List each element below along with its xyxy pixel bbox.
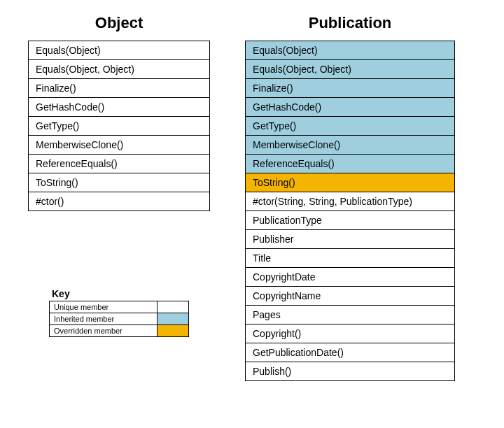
table-row: PublicationType bbox=[246, 211, 455, 230]
member-cell: MemberwiseClone() bbox=[29, 136, 210, 155]
table-row: Pages bbox=[246, 306, 455, 324]
publication-heading: Publication bbox=[309, 14, 392, 32]
table-row: Publish() bbox=[246, 362, 455, 381]
key-title: Key bbox=[49, 288, 189, 299]
table-row: Equals(Object, Object) bbox=[246, 60, 455, 79]
member-cell: GetType() bbox=[246, 117, 455, 136]
table-row: ToString() bbox=[246, 173, 455, 192]
table-row: GetType() bbox=[246, 117, 455, 136]
object-heading: Object bbox=[95, 14, 143, 32]
table-row: ReferenceEquals() bbox=[29, 155, 210, 173]
key-label: Overridden member bbox=[50, 325, 158, 337]
key-row: Inherited member bbox=[50, 313, 189, 325]
key-swatch bbox=[158, 301, 189, 313]
member-cell: ReferenceEquals() bbox=[246, 155, 455, 173]
table-row: Finalize() bbox=[246, 79, 455, 98]
table-row: Finalize() bbox=[29, 79, 210, 98]
member-cell: GetHashCode() bbox=[246, 98, 455, 117]
member-cell: GetHashCode() bbox=[29, 98, 210, 117]
table-row: MemberwiseClone() bbox=[29, 136, 210, 155]
key-label: Inherited member bbox=[50, 313, 158, 325]
member-cell: CopyrightDate bbox=[246, 268, 455, 287]
member-cell: CopyrightName bbox=[246, 287, 455, 306]
member-cell: Title bbox=[246, 249, 455, 268]
table-row: Publisher bbox=[246, 230, 455, 249]
key-swatch bbox=[158, 313, 189, 325]
table-row: Equals(Object) bbox=[246, 41, 455, 60]
member-cell: Copyright() bbox=[246, 324, 455, 343]
table-row: GetPublicationDate() bbox=[246, 343, 455, 362]
table-row: CopyrightDate bbox=[246, 268, 455, 287]
member-cell: Publish() bbox=[246, 362, 455, 381]
publication-member-table: Equals(Object)Equals(Object, Object)Fina… bbox=[245, 41, 455, 381]
member-cell: Equals(Object, Object) bbox=[29, 60, 210, 79]
table-row: GetType() bbox=[29, 117, 210, 136]
member-cell: Publisher bbox=[246, 230, 455, 249]
member-cell: MemberwiseClone() bbox=[246, 136, 455, 155]
table-row: Copyright() bbox=[246, 324, 455, 343]
table-row: #ctor(String, String, PublicationType) bbox=[246, 192, 455, 211]
object-column: Object Equals(Object)Equals(Object, Obje… bbox=[28, 14, 210, 337]
key-label: Unique member bbox=[50, 301, 158, 313]
member-cell: Finalize() bbox=[246, 79, 455, 98]
object-member-table: Equals(Object)Equals(Object, Object)Fina… bbox=[28, 41, 210, 211]
table-row: #ctor() bbox=[29, 192, 210, 211]
key-box: Key Unique memberInherited memberOverrid… bbox=[49, 288, 189, 337]
table-row: GetHashCode() bbox=[246, 98, 455, 117]
table-row: CopyrightName bbox=[246, 287, 455, 306]
member-cell: ToString() bbox=[29, 173, 210, 192]
member-cell: ToString() bbox=[246, 173, 455, 192]
table-row: Title bbox=[246, 249, 455, 268]
member-cell: Equals(Object, Object) bbox=[246, 60, 455, 79]
member-cell: Pages bbox=[246, 306, 455, 324]
table-row: ReferenceEquals() bbox=[246, 155, 455, 173]
diagram-columns: Object Equals(Object)Equals(Object, Obje… bbox=[28, 14, 476, 381]
table-row: MemberwiseClone() bbox=[246, 136, 455, 155]
member-cell: GetPublicationDate() bbox=[246, 343, 455, 362]
member-cell: #ctor() bbox=[29, 192, 210, 211]
member-cell: Equals(Object) bbox=[29, 41, 210, 60]
member-cell: ReferenceEquals() bbox=[29, 155, 210, 173]
key-swatch bbox=[158, 325, 189, 337]
publication-column: Publication Equals(Object)Equals(Object,… bbox=[245, 14, 455, 381]
table-row: ToString() bbox=[29, 173, 210, 192]
member-cell: Equals(Object) bbox=[246, 41, 455, 60]
key-row: Unique member bbox=[50, 301, 189, 313]
table-row: GetHashCode() bbox=[29, 98, 210, 117]
key-table: Unique memberInherited memberOverridden … bbox=[49, 301, 189, 337]
key-row: Overridden member bbox=[50, 325, 189, 337]
member-cell: #ctor(String, String, PublicationType) bbox=[246, 192, 455, 211]
table-row: Equals(Object) bbox=[29, 41, 210, 60]
member-cell: GetType() bbox=[29, 117, 210, 136]
member-cell: PublicationType bbox=[246, 211, 455, 230]
table-row: Equals(Object, Object) bbox=[29, 60, 210, 79]
member-cell: Finalize() bbox=[29, 79, 210, 98]
